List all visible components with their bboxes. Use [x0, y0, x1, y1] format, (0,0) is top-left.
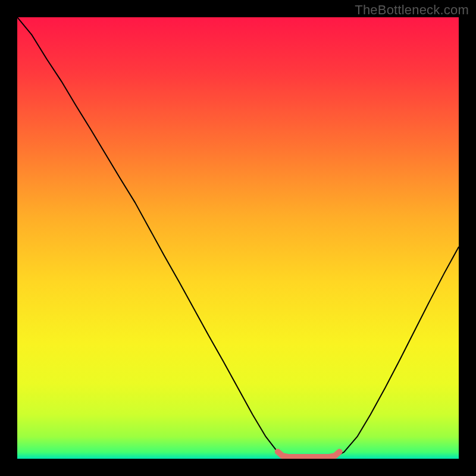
- watermark-text: TheBottleneck.com: [355, 2, 469, 18]
- plot-area: [17, 17, 459, 459]
- chart-frame: TheBottleneck.com: [0, 0, 476, 476]
- curve-layer: [17, 17, 459, 459]
- optimal-range-marker: [278, 452, 340, 457]
- bottleneck-curve: [17, 17, 459, 459]
